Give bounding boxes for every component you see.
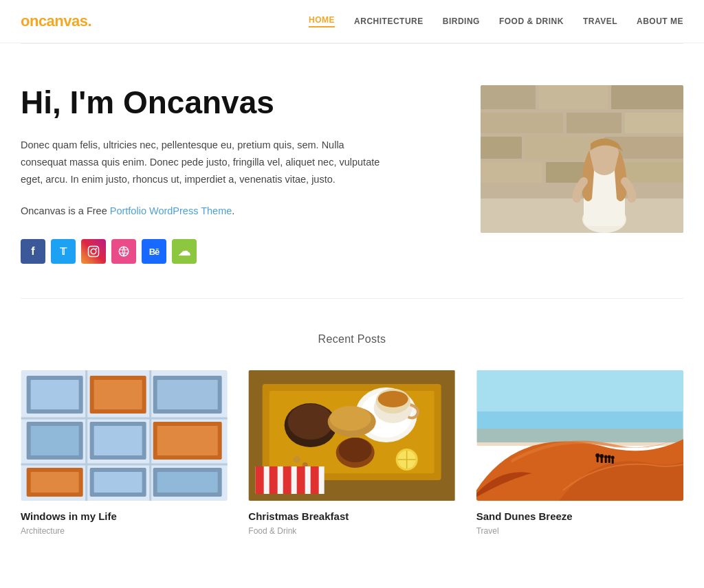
svg-rect-17: [481, 199, 683, 233]
svg-rect-68: [283, 466, 292, 494]
social-icons-group: f 𝕋 Bē ☁: [21, 239, 392, 264]
nav-architecture[interactable]: ARCHITECTURE: [354, 16, 424, 26]
nav-about-me[interactable]: ABOUT ME: [637, 16, 683, 26]
svg-rect-69: [297, 466, 305, 494]
post-thumbnail-3: [476, 370, 683, 501]
svg-rect-30: [31, 426, 79, 455]
svg-point-58: [294, 456, 300, 463]
svg-rect-7: [611, 85, 683, 109]
portfolio-prefix: Oncanvas is a Free: [21, 205, 110, 216]
svg-rect-8: [481, 113, 563, 133]
post-category-1[interactable]: Architecture: [21, 526, 228, 536]
svg-point-83: [610, 456, 614, 460]
svg-rect-11: [481, 137, 522, 159]
logo-text: oncanvas: [21, 12, 88, 30]
building-thumb-svg: [21, 370, 228, 501]
svg-rect-14: [481, 162, 542, 183]
svg-point-57: [330, 406, 371, 431]
svg-rect-5: [481, 85, 536, 109]
hero-portrait: [481, 85, 683, 233]
svg-point-77: [600, 454, 604, 458]
svg-point-53: [288, 404, 333, 440]
svg-rect-10: [625, 113, 683, 133]
post-title-2: Christmas Breakfast: [248, 510, 455, 522]
svg-point-3: [119, 247, 129, 256]
svg-rect-0: [89, 247, 99, 257]
main-nav: HOME ARCHITECTURE BIRDING FOOD & DRINK T…: [309, 15, 683, 27]
svg-point-2: [96, 248, 97, 249]
svg-rect-74: [596, 457, 598, 462]
dunes-thumb-svg: [476, 370, 683, 501]
svg-point-51: [378, 391, 408, 407]
svg-rect-9: [566, 113, 622, 133]
svg-rect-37: [31, 472, 79, 493]
post-category-2[interactable]: Food & Drink: [248, 526, 455, 536]
behance-icon[interactable]: Bē: [142, 239, 166, 264]
svg-rect-39: [94, 472, 142, 493]
twitter-icon[interactable]: 𝕋: [51, 239, 76, 264]
svg-rect-25: [94, 380, 142, 409]
hero-heading: Hi, I'm Oncanvas: [21, 85, 392, 120]
svg-rect-34: [157, 426, 218, 455]
dribbble-icon[interactable]: [111, 239, 136, 264]
svg-rect-76: [600, 457, 602, 463]
recent-posts-title: Recent Posts: [21, 333, 683, 346]
svg-rect-6: [539, 85, 608, 109]
cloud-icon[interactable]: ☁: [172, 239, 197, 264]
hero-bg-svg: [481, 85, 683, 233]
nav-birding[interactable]: BIRDING: [443, 16, 480, 26]
post-card-3[interactable]: Sand Dunes Breeze Travel: [476, 370, 683, 536]
post-thumbnail-2: [248, 370, 455, 501]
post-title-1: Windows in my Life: [21, 510, 228, 522]
svg-rect-78: [604, 458, 606, 463]
svg-point-79: [604, 455, 607, 459]
svg-rect-41: [157, 472, 218, 493]
post-thumbnail-1: [21, 370, 228, 501]
instagram-icon[interactable]: [81, 239, 106, 264]
hero-section: Hi, I'm Oncanvas Donec quam felis, ultri…: [0, 44, 704, 298]
food-thumb-svg: [248, 370, 455, 501]
svg-point-81: [607, 455, 610, 459]
hero-text-block: Hi, I'm Oncanvas Donec quam felis, ultri…: [21, 85, 419, 264]
svg-rect-66: [256, 466, 264, 494]
svg-rect-72: [476, 370, 683, 411]
svg-rect-80: [608, 458, 610, 463]
post-card-2[interactable]: Christmas Breakfast Food & Drink: [248, 370, 455, 536]
facebook-icon[interactable]: f: [21, 239, 45, 264]
post-category-3[interactable]: Travel: [476, 526, 683, 536]
svg-rect-27: [157, 380, 218, 409]
svg-rect-82: [611, 459, 613, 464]
portfolio-link[interactable]: Portfolio WordPress Theme: [110, 205, 232, 216]
post-title-3: Sand Dunes Breeze: [476, 510, 683, 522]
svg-rect-67: [270, 466, 278, 494]
nav-food-drink[interactable]: FOOD & DRINK: [499, 16, 564, 26]
post-card-1[interactable]: Windows in my Life Architecture: [21, 370, 228, 536]
svg-point-55: [339, 438, 372, 462]
nav-travel[interactable]: TRAVEL: [583, 16, 617, 26]
svg-point-75: [595, 453, 600, 457]
logo-dot: .: [88, 12, 92, 30]
svg-point-1: [91, 249, 96, 254]
portfolio-suffix: .: [232, 205, 234, 216]
recent-posts-section: Recent Posts: [0, 299, 704, 563]
hero-body: Donec quam felis, ultricies nec, pellent…: [21, 137, 392, 189]
portfolio-line: Oncanvas is a Free Portfolio WordPress T…: [21, 203, 392, 220]
svg-rect-23: [31, 380, 79, 409]
site-logo[interactable]: oncanvas.: [21, 12, 91, 30]
posts-grid: Windows in my Life Architecture: [21, 370, 683, 536]
nav-home[interactable]: HOME: [309, 15, 335, 27]
site-header: oncanvas. HOME ARCHITECTURE BIRDING FOOD…: [0, 0, 704, 43]
svg-rect-32: [94, 426, 142, 455]
svg-rect-70: [311, 466, 319, 494]
